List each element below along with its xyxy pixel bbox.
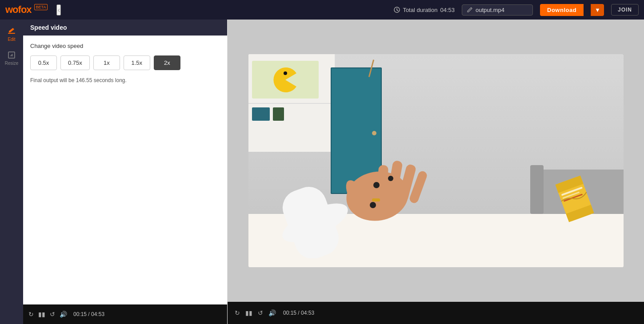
hand-svg — [262, 99, 484, 258]
logo-beta: BETA — [34, 4, 48, 10]
back-button[interactable]: ‹ — [56, 4, 61, 16]
svg-point-16 — [370, 202, 376, 208]
video-couch-arm — [530, 165, 544, 214]
video-frame[interactable] — [248, 54, 624, 267]
speed-btn-2x[interactable]: 2x — [154, 55, 180, 70]
header: wofox BETA ‹ Total duration 04:53 output… — [0, 0, 644, 20]
panel-volume-icon[interactable]: 🔊 — [60, 311, 67, 318]
panel-forward-icon[interactable]: ↺ — [50, 311, 55, 318]
panel-title: Speed video — [30, 24, 67, 31]
resize-icon — [7, 51, 16, 59]
panel-body: Change video speed 0.5x 0.75x 1x 1.5x 2x… — [23, 36, 227, 304]
resize-label: Resize — [5, 61, 19, 66]
panel-header: Speed video — [23, 20, 227, 36]
speed-buttons-group: 0.5x 0.75x 1x 1.5x 2x — [30, 55, 220, 70]
main-pause-icon[interactable]: ▮▮ — [245, 309, 252, 316]
video-can — [550, 170, 599, 229]
speed-btn-1.5x[interactable]: 1.5x — [124, 55, 150, 70]
main-forward-icon[interactable]: ↺ — [258, 309, 263, 316]
video-hand-area — [262, 99, 484, 258]
sidebar-icons: Edit Resize — [0, 20, 23, 324]
clock-icon — [394, 7, 400, 13]
svg-rect-3 — [8, 33, 15, 34]
logo-text: wofox — [5, 4, 32, 16]
can-svg — [550, 170, 599, 228]
panel-subtitle: Change video speed — [30, 43, 220, 49]
svg-rect-17 — [372, 198, 380, 202]
duration-value: 04:53 — [440, 7, 455, 13]
filename-text: output.mp4 — [476, 7, 504, 13]
logo-area: wofox BETA — [5, 4, 48, 16]
edit-filename-icon — [467, 7, 473, 13]
total-duration: Total duration 04:53 — [394, 7, 455, 13]
svg-point-5 — [284, 71, 287, 75]
join-button[interactable]: JOIN — [611, 4, 639, 16]
download-dropdown-button[interactable]: ▼ — [591, 4, 604, 16]
speed-btn-1x[interactable]: 1x — [93, 55, 120, 70]
pacman-icon — [272, 67, 299, 93]
output-info: Final output will be 146.55 seconds long… — [30, 77, 220, 83]
panel-pause-icon[interactable]: ▮▮ — [38, 311, 45, 318]
speed-btn-0.75x[interactable]: 0.75x — [60, 55, 90, 70]
main-volume-icon[interactable]: 🔊 — [268, 309, 276, 316]
filename-field[interactable]: output.mp4 — [462, 4, 533, 16]
panel-restart-icon[interactable]: ↻ — [28, 311, 34, 318]
video-container — [228, 20, 644, 302]
shelf-inner — [252, 61, 319, 99]
svg-point-14 — [373, 182, 380, 188]
main-content: Edit Resize Speed video Change video spe… — [0, 20, 644, 324]
main-player-time: 00:15 / 04:53 — [283, 310, 314, 316]
main-restart-icon[interactable]: ↻ — [235, 309, 240, 316]
sidebar-item-edit[interactable]: Edit — [2, 23, 21, 45]
panel-player-time: 00:15 / 04:53 — [73, 311, 104, 317]
panel-player-bar: ↻ ▮▮ ↺ 🔊 00:15 / 04:53 — [23, 304, 227, 324]
sidebar-item-resize[interactable]: Resize — [2, 47, 21, 69]
edit-icon — [7, 27, 16, 36]
main-player-bar: ↻ ▮▮ ↺ 🔊 00:15 / 04:53 — [228, 302, 644, 324]
svg-point-15 — [388, 176, 393, 181]
speed-btn-0.5x[interactable]: 0.5x — [30, 55, 57, 70]
svg-line-2 — [397, 10, 398, 11]
duration-label: Total duration — [403, 7, 437, 13]
video-area: ↻ ▮▮ ↺ 🔊 00:15 / 04:53 — [228, 20, 644, 324]
download-button[interactable]: Download — [540, 4, 584, 16]
speed-panel: Speed video Change video speed 0.5x 0.75… — [23, 20, 228, 324]
edit-label: Edit — [8, 37, 15, 42]
